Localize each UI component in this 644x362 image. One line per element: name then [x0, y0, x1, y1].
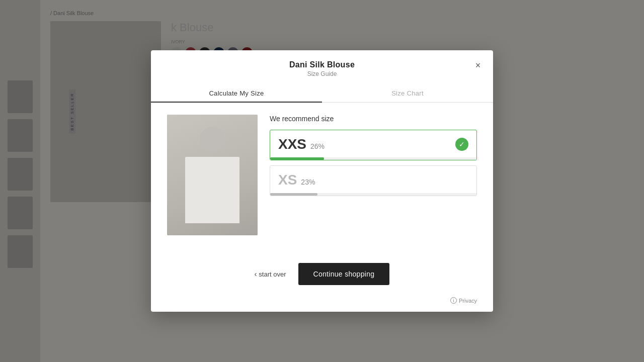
modal-privacy: i Privacy: [151, 297, 493, 312]
start-over-label: start over: [259, 270, 286, 278]
size-card-xxs[interactable]: XXS 26% ✓: [270, 130, 477, 160]
checkmark-icon: ✓: [459, 140, 465, 148]
size-pct-xs: 23%: [301, 178, 315, 186]
start-over-button[interactable]: ‹ start over: [255, 270, 286, 278]
size-card-xs[interactable]: XS 23%: [270, 165, 477, 196]
continue-shopping-button[interactable]: Continue shopping: [298, 263, 390, 285]
chevron-left-icon: ‹: [255, 270, 257, 278]
tab-calculate-my-size[interactable]: Calculate My Size: [151, 84, 322, 102]
modal-close-button[interactable]: ×: [471, 58, 485, 72]
modal-body: We recommend size XXS 26% ✓: [151, 103, 493, 255]
recommend-label: We recommend size: [270, 115, 477, 123]
modal-header: Dani Silk Blouse Size Guide ×: [151, 50, 493, 77]
size-recommendation-panel: We recommend size XXS 26% ✓: [270, 115, 477, 243]
size-card-xxs-top: XXS 26% ✓: [278, 136, 468, 152]
tab-size-chart[interactable]: Size Chart: [322, 84, 493, 102]
size-card-xs-top: XS 23%: [278, 172, 468, 188]
modal-title: Dani Silk Blouse: [163, 60, 481, 69]
modal-tabs: Calculate My Size Size Chart: [151, 84, 493, 103]
size-name-xxs: XXS: [278, 136, 306, 152]
privacy-link[interactable]: i Privacy: [167, 297, 477, 304]
size-name-pct-xxs: XXS 26%: [278, 136, 325, 152]
privacy-label: Privacy: [459, 298, 477, 304]
model-photo: [167, 115, 258, 235]
size-progress-bar-xxs: [270, 157, 476, 160]
size-progress-fill-xxs: [270, 157, 324, 160]
info-icon: i: [450, 297, 457, 304]
size-check-icon: ✓: [455, 138, 468, 151]
modal-subtitle: Size Guide: [163, 70, 481, 77]
model-figure-illustration: [167, 115, 258, 235]
size-pct-xxs: 26%: [310, 142, 325, 150]
size-guide-modal: Dani Silk Blouse Size Guide × Calculate …: [151, 50, 493, 312]
size-progress-bar-xs: [270, 193, 476, 196]
size-name-xs: XS: [278, 172, 297, 188]
modal-footer: ‹ start over Continue shopping: [151, 255, 493, 297]
size-name-pct-xs: XS 23%: [278, 172, 315, 188]
size-progress-fill-xs: [270, 193, 317, 196]
modal-overlay: Dani Silk Blouse Size Guide × Calculate …: [0, 0, 644, 362]
